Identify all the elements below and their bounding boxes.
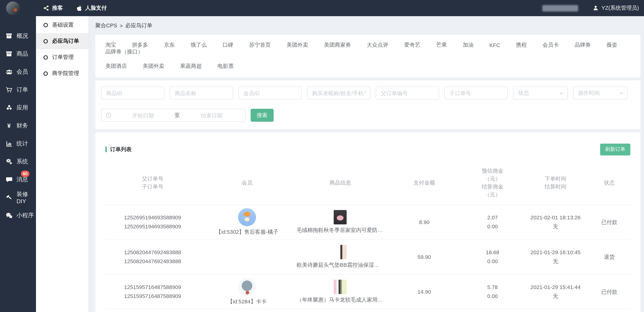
tab-mango[interactable]: 芒果 <box>436 42 447 48</box>
tab-pinduoduo[interactable]: 拼多多 <box>132 42 148 48</box>
status-cell: 退货 <box>588 252 630 261</box>
status-select[interactable]: 状态 <box>513 87 568 99</box>
sidebar-item-miniprogram[interactable]: 小程序 <box>0 206 36 224</box>
product-cell: 毛绒棉拖鞋秋冬季居家室内可爱防滑... <box>294 210 386 234</box>
topbar: 推客 人脸支付 YZ(系统管理员) <box>0 0 644 16</box>
sidebar-item-goods[interactable]: 商品 <box>0 45 36 63</box>
status-cell: 已付款 <box>588 217 630 226</box>
topbar-nav: 推客 人脸支付 <box>43 5 107 11</box>
operate-time-select[interactable]: 操作时间 <box>573 87 628 99</box>
members-icon <box>6 68 12 75</box>
tab-meituan-waimai[interactable]: 美团外卖 <box>286 42 308 48</box>
tab-kfc[interactable]: KFC <box>490 42 500 48</box>
tab-movie-ticket[interactable]: 电影票 <box>218 63 234 70</box>
profile-avatar[interactable] <box>6 1 20 15</box>
tab-grocery[interactable]: 果蔬商超 <box>180 63 202 70</box>
estimated-commission: 5.78 <box>487 283 498 292</box>
orders-title-label: 订单列表 <box>110 146 132 153</box>
channel-tabs-panel: 淘宝 拼多多 京东 饿了么 口碑 苏宁首页 美团外卖 美团商家券 大众点评 爱奇… <box>95 35 640 77</box>
sidebar-item-apps[interactable]: 应用 <box>0 99 36 117</box>
settled-commission: 0.00 <box>487 222 498 231</box>
child-order-input[interactable] <box>444 87 508 99</box>
sidebar-item-messages[interactable]: 消息 60 <box>0 170 36 188</box>
orders-table: 父订单号 子订单号 会员 商品信息 支付金额 预估佣金 （元） <box>105 161 630 309</box>
tab-eleme[interactable]: 饿了么 <box>190 42 207 48</box>
nav-item-label: 推客 <box>52 5 63 11</box>
main-content: 聚合CPS > 必应鸟订单 淘宝 拼多多 京东 饿了么 口碑 苏宁首页 美团外卖… <box>88 16 644 312</box>
submenu-item-basic-settings[interactable]: 基础设置 <box>36 17 88 33</box>
date-range-picker[interactable]: 至 <box>101 109 246 122</box>
tab-koubei[interactable]: 口碑 <box>222 42 233 48</box>
parent-order-no: 1250820447692483888 <box>124 248 181 257</box>
sidebar-item-overview[interactable]: 概况 <box>0 27 36 45</box>
tab-iqiyi[interactable]: 爱奇艺 <box>404 42 420 48</box>
estimated-commission: 18.68 <box>486 248 499 257</box>
product-image <box>334 245 347 259</box>
tab-meituan-voucher[interactable]: 美团商家券 <box>324 42 351 48</box>
child-order-no: 1251595716487588909 <box>124 292 181 301</box>
refresh-orders-button[interactable]: 刷新订单 <box>600 144 630 155</box>
goods-name-input[interactable] <box>170 87 233 99</box>
submenu-item-order-management[interactable]: 订单管理 <box>36 49 88 65</box>
tab-taobao[interactable]: 淘宝 <box>105 42 116 48</box>
pay-amount-cell: 8.90 <box>386 217 462 226</box>
tab-jiayou[interactable]: 加油 <box>463 42 474 48</box>
parent-order-input[interactable] <box>376 87 439 99</box>
sidebar-item-members[interactable]: 会员 <box>0 63 36 81</box>
table-header-row: 父订单号 子订单号 会员 商品信息 支付金额 预估佣金 （元） <box>105 161 630 204</box>
header-time: 下单时间 结算时间 <box>523 175 588 191</box>
bar-chart-icon <box>6 140 12 147</box>
submenu-item-academy-management[interactable]: 商学院管理 <box>36 65 88 82</box>
title-accent-bar <box>105 147 107 152</box>
submenu: 基础设置 必应鸟订单 订单管理 商学院管理 <box>36 16 88 312</box>
wechat-icon <box>6 212 12 219</box>
tab-meituan-hotel[interactable]: 美团酒店 <box>105 63 127 70</box>
breadcrumb-separator: > <box>120 22 123 28</box>
time-cell: 2021-01-29 15:41:44 无 <box>523 283 588 301</box>
sidebar-item-stats[interactable]: 统计 <box>0 135 36 153</box>
settle-time: 无 <box>553 292 558 301</box>
submenu-item-bingbird-orders[interactable]: 必应鸟订单 <box>36 33 88 49</box>
tab-vichy[interactable]: 薇姿 <box>606 42 618 48</box>
settled-commission: 0.00 <box>487 257 498 266</box>
user-icon <box>592 5 599 11</box>
table-row: 1250820447692483888 1250820447692483888 … <box>105 239 630 274</box>
nav-item-label: 人脸支付 <box>85 5 107 11</box>
buyer-input[interactable] <box>307 87 370 99</box>
breadcrumb-root[interactable]: 聚合CPS <box>95 22 117 29</box>
child-order-no: 1250820447692483888 <box>124 257 181 266</box>
apps-cubes-icon <box>6 104 12 111</box>
circle-icon <box>44 23 48 27</box>
header-order-no: 父订单号 子订单号 <box>105 175 200 191</box>
end-date-input[interactable] <box>180 112 243 119</box>
tab-brand-coupon-api[interactable]: 品牌券（接口） <box>105 48 143 55</box>
start-date-input[interactable] <box>112 112 174 119</box>
sidebar-item-label: 会员 <box>16 68 28 76</box>
tab-dianping[interactable]: 大众点评 <box>367 42 388 48</box>
tab-jd[interactable]: 京东 <box>164 42 175 48</box>
product-image <box>334 280 347 294</box>
member-id-input[interactable] <box>238 87 302 99</box>
header-amount: 支付金额 <box>386 179 462 187</box>
tab-brand-coupon[interactable]: 品牌券 <box>574 42 591 48</box>
goods-id-input[interactable] <box>101 87 164 99</box>
current-user[interactable]: YZ(系统管理员) <box>592 5 639 11</box>
nav-item-face-pay[interactable]: 人脸支付 <box>76 5 107 11</box>
messages-badge: 60 <box>21 170 30 177</box>
nav-item-tuike[interactable]: 推客 <box>43 5 63 11</box>
tab-member-card[interactable]: 会员卡 <box>542 42 559 48</box>
sidebar-item-system[interactable]: 系统 <box>0 153 36 170</box>
parent-order-no: 1252695194693588909 <box>124 213 181 222</box>
chevron-down-icon <box>559 91 564 95</box>
sidebar-item-orders[interactable]: 订单 <box>0 81 36 99</box>
search-button[interactable]: 搜索 <box>250 109 274 122</box>
product-cell: （年终聚惠）马卡龙软毛成人家用竹... <box>294 280 386 303</box>
circle-icon <box>44 55 48 59</box>
product-title: （年终聚惠）马卡龙软毛成人家用竹... <box>297 296 384 303</box>
sidebar-item-finance[interactable]: ¥ 财务 <box>0 117 36 135</box>
tab-meituan-waimai-2[interactable]: 美团外卖 <box>143 63 164 70</box>
circle-icon <box>44 39 48 43</box>
sidebar-item-diy[interactable]: 装修DIY <box>0 188 36 206</box>
tab-suning[interactable]: 苏宁首页 <box>249 42 271 48</box>
tab-ctrip[interactable]: 携程 <box>516 42 527 48</box>
